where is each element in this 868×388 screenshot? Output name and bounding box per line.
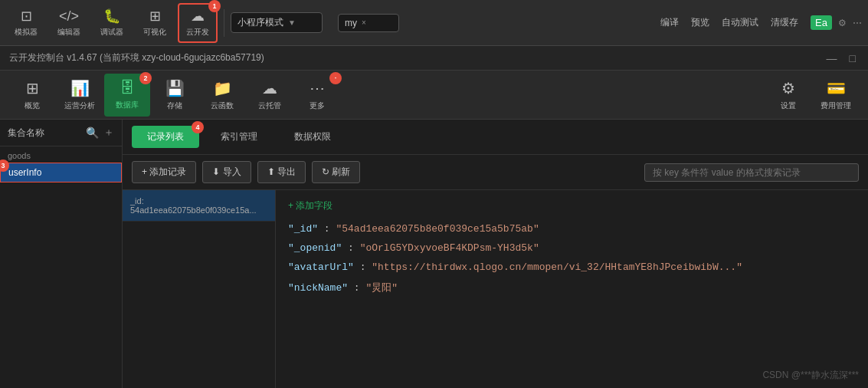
cloudmgr-btn[interactable]: ☁ 云托管 [247, 74, 293, 117]
field-openid: "_openid" : "oOrlG5YDxyvoeBF4KDPsm-YH3d5… [288, 242, 856, 254]
more-icon: ⋯ [310, 79, 325, 97]
search-input[interactable] [653, 167, 850, 178]
billing-btn[interactable]: 💳 费用管理 [813, 74, 859, 117]
top-toolbar: ⊡ 模拟器 </> 编辑器 🐛 调试器 ⊞ 可视化 ☁ 云开发 1 小程序模式 … [0, 0, 868, 46]
analytics-btn[interactable]: 📊 运营分析 [57, 74, 103, 117]
goods-group: goods [0, 146, 122, 163]
cloudmgr-icon: ☁ [262, 79, 277, 97]
overview-icon: ⊞ [26, 79, 39, 97]
analytics-icon: 📊 [70, 79, 90, 97]
top-toolbar-right: 编译 预览 自动测试 清缓存 Ea ⚙ ⋯ [660, 15, 862, 30]
cloudfunc-btn[interactable]: 📁 云函数 [199, 74, 245, 117]
cloudfunc-icon: 📁 [213, 79, 232, 97]
minimize-btn[interactable]: — [824, 52, 840, 64]
sidebar-header: 集合名称 🔍 ＋ [0, 120, 122, 146]
badge-4: 4 [192, 121, 204, 133]
debugger-btn[interactable]: 🐛 调试器 [92, 3, 132, 43]
visual-icon: ⊞ [149, 8, 161, 25]
tab-data-perms[interactable]: 数据权限 [279, 126, 346, 148]
more-icon[interactable]: ⋯ [853, 18, 862, 28]
overview-btn[interactable]: ⊞ 概览 [9, 74, 55, 117]
billing-icon: 💳 [827, 79, 846, 97]
autotest-btn[interactable]: 自动测试 [722, 16, 758, 29]
more-badge: · [329, 72, 342, 84]
maximize-btn[interactable]: □ [847, 52, 859, 64]
storage-btn[interactable]: 💾 存储 [152, 74, 198, 117]
add-field-btn[interactable]: + 添加字段 [288, 199, 856, 212]
visual-btn[interactable]: ⊞ 可视化 [135, 3, 175, 43]
cloud-panel-title: 云开发控制台 v1.4.67 (当前环境 xzy-cloud-6gucjazc6… [9, 51, 817, 64]
action-bar: + 添加记录 ⬇ 导入 ⬆ 导出 ↻ 刷新 [123, 155, 868, 190]
cloud-settings-btn[interactable]: ⚙ 设置 [765, 74, 811, 117]
refresh-btn[interactable]: ↻ 刷新 [312, 161, 360, 183]
badge-2: 2 [139, 72, 152, 84]
record-item[interactable]: _id: 54ad1eea62075b8e0f039ce15a... [123, 190, 275, 222]
main-content: 集合名称 🔍 ＋ goods userInfo 3 记录列表 4 [0, 120, 868, 388]
compile-btn[interactable]: 编译 [660, 16, 679, 29]
separator [224, 9, 224, 37]
field-avatar: "avatarUrl" : "https://thirdwx.qlogo.cn/… [288, 261, 856, 273]
sidebar: 集合名称 🔍 ＋ goods userInfo 3 [0, 120, 123, 388]
project-selector[interactable]: my × [338, 14, 399, 32]
tab-index-mgr[interactable]: 索引管理 [205, 126, 273, 148]
mode-selector[interactable]: 小程序模式 ▼ [231, 12, 323, 33]
add-record-btn[interactable]: + 添加记录 [132, 161, 196, 183]
project-close: × [362, 18, 366, 27]
sidebar-item-userinfo[interactable]: userInfo [0, 163, 122, 182]
cloud-toolbar-right: ⚙ 设置 💳 费用管理 [765, 74, 859, 117]
cloud-titlebar: 云开发控制台 v1.4.67 (当前环境 xzy-cloud-6gucjazc6… [0, 46, 868, 71]
collection-label: 集合名称 [8, 127, 81, 140]
search-input-wrapper[interactable] [644, 163, 859, 182]
settings-icon[interactable]: ⚙ [838, 18, 847, 28]
storage-icon: 💾 [165, 79, 185, 97]
cloud-icon: ☁ [191, 8, 205, 25]
record-detail: + 添加字段 "_id" : "54ad1eea62075b8e0f039ce1… [276, 190, 868, 388]
editor-icon: </> [59, 8, 79, 25]
export-btn[interactable]: ⬆ 导出 [257, 161, 306, 183]
add-collection-icon[interactable]: ＋ [103, 126, 114, 140]
database-icon: 🗄 [120, 79, 135, 97]
import-btn[interactable]: ⬇ 导入 [202, 161, 251, 183]
cloud-settings-icon: ⚙ [781, 79, 795, 97]
clear-cache-btn[interactable]: 清缓存 [771, 16, 798, 29]
debugger-icon: 🐛 [103, 8, 120, 25]
tab-record-list[interactable]: 记录列表 [132, 126, 199, 148]
mode-arrow: ▼ [288, 18, 296, 27]
search-icon[interactable]: 🔍 [86, 127, 99, 139]
data-area: 记录列表 4 索引管理 数据权限 + 添加记录 ⬇ 导入 ⬆ 导出 ↻ 刷新 _… [123, 120, 868, 388]
record-list-area: _id: 54ad1eea62075b8e0f039ce15a... + 添加字… [123, 190, 868, 388]
field-id: "_id" : "54ad1eea62075b8e0f039ce15a5b75a… [288, 223, 856, 235]
badge-1: 1 [208, 0, 221, 12]
ea-badge: Ea [811, 15, 832, 30]
simulator-btn[interactable]: ⊡ 模拟器 [6, 3, 46, 43]
cloud-second-toolbar: ⊞ 概览 📊 运营分析 🗄 数据库 2 💾 存储 📁 云函数 ☁ 云托管 [0, 71, 868, 120]
watermark: CSDN @***静水流深*** [762, 369, 859, 382]
field-nickname: "nickName" : "炅阳" [288, 281, 856, 294]
preview-btn[interactable]: 预览 [691, 16, 709, 29]
editor-btn[interactable]: </> 编辑器 [49, 3, 89, 43]
tab-bar: 记录列表 4 索引管理 数据权限 [123, 120, 868, 155]
record-list-left: _id: 54ad1eea62075b8e0f039ce15a... [123, 190, 276, 388]
simulator-icon: ⊡ [21, 8, 32, 25]
